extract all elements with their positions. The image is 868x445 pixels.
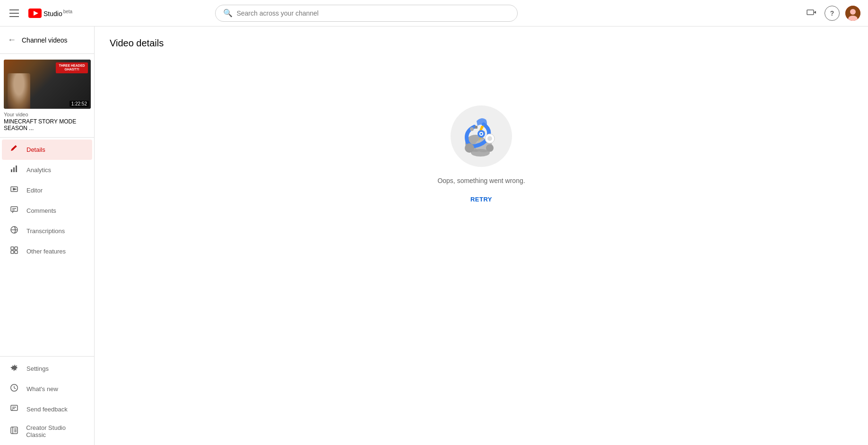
whats-new-label: What's new (26, 385, 58, 393)
header-right: ? (804, 6, 860, 21)
comments-icon (9, 205, 19, 216)
video-thumbnail: THREE HEADED GHAST?! 1:22:52 (4, 60, 91, 109)
creator-studio-classic-icon (9, 426, 18, 437)
svg-point-43 (480, 133, 482, 135)
svg-rect-13 (11, 207, 17, 211)
svg-rect-4 (807, 10, 814, 15)
header: Studiobeta 🔍 ? (0, 0, 868, 26)
svg-point-36 (471, 149, 490, 157)
svg-rect-19 (15, 247, 17, 250)
studio-text: Studiobeta (43, 9, 72, 17)
sidebar-top: ← Channel videos (0, 26, 94, 54)
svg-rect-21 (15, 251, 17, 253)
editor-icon (9, 185, 19, 196)
sidebar-nav: Details Analytics Editor C (0, 138, 94, 356)
nav-item-creator-studio-classic[interactable]: Creator Studio Classic (2, 419, 92, 443)
analytics-icon (9, 165, 19, 175)
logo[interactable]: Studiobeta (28, 9, 72, 18)
header-left: Studiobeta (8, 8, 72, 19)
other-features-label: Other features (26, 248, 66, 255)
svg-rect-10 (16, 166, 17, 172)
send-feedback-label: Send feedback (26, 406, 68, 413)
svg-point-6 (850, 9, 856, 15)
avatar-icon (845, 6, 860, 21)
nav-item-details[interactable]: Details (2, 140, 92, 160)
details-icon (9, 144, 19, 155)
nav-item-whats-new[interactable]: What's new (2, 379, 92, 399)
video-thumbnail-section: THREE HEADED GHAST?! 1:22:52 Your video … (0, 54, 94, 138)
svg-rect-2 (807, 10, 814, 15)
settings-icon (9, 363, 19, 374)
nav-item-analytics[interactable]: Analytics (2, 160, 92, 180)
upload-button[interactable] (804, 6, 819, 21)
whats-new-icon (9, 384, 19, 394)
youtube-logo-icon (28, 9, 42, 18)
error-message: Oops, something went wrong. (437, 177, 525, 184)
svg-rect-18 (11, 247, 14, 250)
search-input[interactable] (236, 9, 510, 17)
upload-icon (806, 8, 817, 19)
details-label: Details (26, 146, 45, 153)
error-illustration (448, 103, 514, 169)
video-duration: 1:22:52 (69, 101, 89, 107)
page-title: Video details (110, 38, 853, 49)
error-container: Oops, something went wrong. RETRY (110, 60, 853, 249)
sidebar-bottom: Settings What's new Send feedback (0, 356, 94, 445)
channel-videos-label: Channel videos (22, 36, 68, 44)
svg-rect-8 (11, 169, 12, 172)
nav-item-editor[interactable]: Editor (2, 180, 92, 201)
analytics-label: Analytics (26, 166, 51, 174)
nav-item-send-feedback[interactable]: Send feedback (2, 399, 92, 419)
nav-item-settings[interactable]: Settings (2, 358, 92, 379)
main-content: Video details (95, 26, 868, 445)
help-button[interactable]: ? (825, 6, 840, 21)
logo-studio-label: Studio (43, 9, 62, 17)
video-label: Your video (4, 112, 90, 117)
svg-marker-12 (13, 188, 16, 190)
other-features-icon (9, 246, 19, 257)
retry-button[interactable]: RETRY (467, 192, 496, 207)
back-arrow-icon: ← (8, 35, 16, 45)
transcriptions-label: Transcriptions (26, 227, 65, 235)
layout: ← Channel videos THREE HEADED GHAST?! 1:… (0, 26, 868, 445)
svg-rect-22 (11, 405, 17, 410)
nav-item-comments[interactable]: Comments (2, 201, 92, 221)
sidebar: ← Channel videos THREE HEADED GHAST?! 1:… (0, 26, 95, 445)
logo-beta-label: beta (63, 9, 72, 14)
svg-rect-9 (13, 167, 15, 172)
nav-item-transcriptions[interactable]: Transcriptions (2, 221, 92, 241)
send-feedback-icon (9, 404, 19, 415)
search-icon: 🔍 (223, 9, 233, 17)
svg-point-39 (470, 127, 474, 131)
creator-studio-classic-label: Creator Studio Classic (26, 424, 85, 438)
channel-videos-link[interactable]: ← Channel videos (0, 30, 94, 50)
transcriptions-icon (9, 226, 19, 236)
settings-label: Settings (26, 365, 49, 372)
avatar[interactable] (845, 6, 860, 21)
search-bar[interactable]: 🔍 (215, 5, 518, 22)
nav-item-other-features[interactable]: Other features (2, 241, 92, 262)
editor-label: Editor (26, 187, 43, 194)
svg-rect-20 (11, 251, 14, 253)
video-title: MINECRAFT STORY MODE SEASON ... (4, 118, 90, 131)
comments-label: Comments (26, 207, 56, 214)
svg-rect-40 (475, 126, 477, 129)
svg-point-38 (487, 136, 492, 141)
hamburger-button[interactable] (8, 8, 21, 19)
